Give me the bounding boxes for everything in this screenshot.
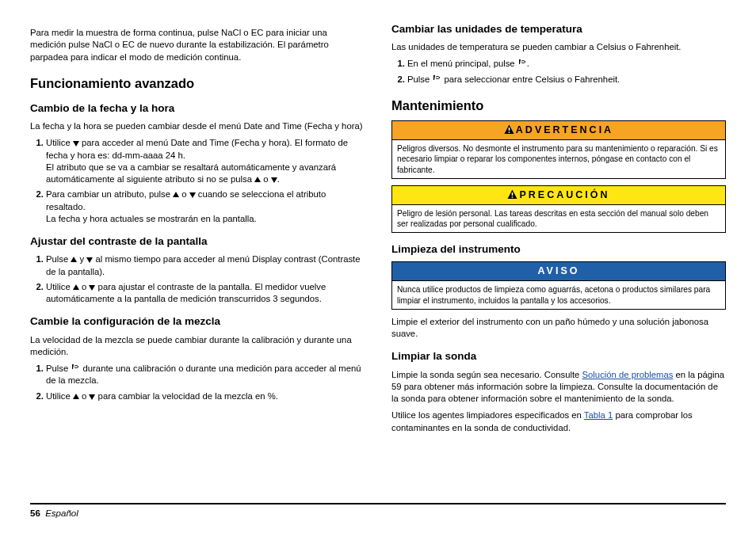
mixer-icon: [71, 364, 80, 373]
list-item: Pulse durante una calibración o durante …: [46, 363, 365, 387]
list-item: En el menú principal, pulse .: [407, 58, 726, 70]
mezcla-intro: La velocidad de la mezcla se puede cambi…: [30, 334, 365, 359]
heading-funcionamiento: Funcionamiento avanzado: [30, 74, 365, 92]
left-column: Para medir la muestra de forma continua,…: [30, 22, 365, 495]
heading-fecha-hora: Cambio de la fecha y la hora: [30, 101, 365, 116]
mezcla-list: Pulse durante una calibración o durante …: [30, 363, 365, 402]
caution-body: Peligro de lesión personal. Las tareas d…: [392, 204, 725, 233]
right-column: Cambiar las unidades de temperatura Las …: [391, 22, 726, 495]
notice-body: Nunca utilice productos de limpieza como…: [392, 280, 725, 309]
caution-title: PRECAUCIÓN: [392, 186, 725, 204]
heading-limpiar-sonda: Limpiar la sonda: [391, 349, 726, 364]
caution-box: PRECAUCIÓN Peligro de lesión personal. L…: [391, 185, 726, 233]
up-arrow-icon: [173, 192, 179, 198]
fecha-hora-intro: La fecha y la hora se pueden cambiar des…: [30, 120, 365, 132]
down-arrow-icon: [189, 192, 196, 198]
footer-text: 56 Español: [30, 508, 726, 520]
warning-title: ADVERTENCIA: [392, 121, 725, 139]
warning-icon: [504, 124, 514, 135]
troubleshooting-link[interactable]: Solución de problemas: [582, 370, 674, 379]
mixer-icon: [432, 74, 441, 84]
heading-mantenimiento: Mantenimiento: [391, 97, 726, 114]
heading-contraste: Ajustar del contraste de la pantalla: [30, 234, 365, 249]
footer-rule: [30, 503, 726, 504]
limpieza-paragraph: Limpie el exterior del instrumento con u…: [391, 316, 726, 341]
intro-paragraph: Para medir la muestra de forma continua,…: [30, 27, 365, 63]
list-item: Utilice para acceder al menú Date and Ti…: [46, 137, 365, 185]
up-arrow-icon: [254, 177, 261, 183]
table-1-link[interactable]: Tabla 1: [584, 410, 613, 420]
list-item: Para cambiar un atributo, pulse o cuando…: [46, 188, 365, 225]
contraste-list: Pulse y al mismo tiempo para acceder al …: [30, 253, 365, 305]
warning-box: ADVERTENCIA Peligros diversos. No desmon…: [391, 120, 726, 179]
warning-body: Peligros diversos. No desmonte el instru…: [392, 139, 725, 178]
footer-language: Español: [45, 508, 78, 518]
notice-title: AVISO: [392, 262, 725, 280]
heading-mezcla: Cambie la configuración de la mezcla: [30, 314, 365, 329]
notice-box: AVISO Nunca utilice productos de limpiez…: [391, 261, 726, 309]
page: Para medir la muestra de forma continua,…: [0, 0, 756, 533]
temperatura-intro: Las unidades de temperatura se pueden ca…: [391, 41, 726, 53]
heading-temperatura: Cambiar las unidades de temperatura: [391, 22, 726, 36]
warning-icon: [507, 189, 517, 200]
mixer-icon: [517, 59, 527, 68]
list-item: Pulse para seleccionar entre Celsius o F…: [407, 74, 726, 86]
page-number: 56: [30, 508, 40, 518]
columns: Para medir la muestra de forma continua,…: [30, 22, 726, 495]
list-item: Utilice o para ajustar el contraste de l…: [46, 281, 365, 306]
down-arrow-icon: [73, 140, 79, 147]
heading-limpieza-instrumento: Limpieza del instrumento: [391, 242, 726, 257]
up-arrow-icon: [73, 284, 79, 291]
list-item: Utilice o para cambiar la velocidad de l…: [46, 390, 365, 402]
down-arrow-icon: [271, 177, 277, 183]
up-arrow-icon: [73, 394, 79, 400]
list-item: Pulse y al mismo tiempo para acceder al …: [46, 253, 365, 278]
temperatura-list: En el menú principal, pulse . Pulse para…: [391, 58, 726, 86]
sonda-paragraph-1: Limpie la sonda según sea necesario. Con…: [391, 369, 726, 405]
sonda-paragraph-2: Utilice los agentes limpiadores especifi…: [391, 409, 726, 434]
fecha-hora-list: Utilice para acceder al menú Date and Ti…: [30, 137, 365, 225]
page-footer: 56 Español: [30, 500, 726, 520]
